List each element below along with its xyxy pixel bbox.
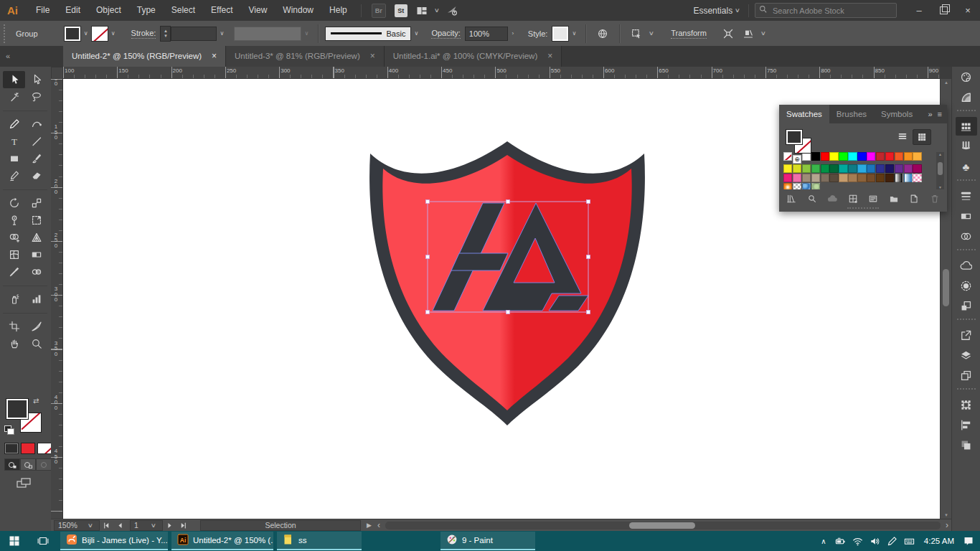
swatch[interactable] (867, 164, 875, 173)
stroke-weight-label[interactable]: Stroke: (131, 29, 156, 39)
swatch[interactable] (895, 152, 903, 161)
tab-close-icon[interactable]: × (547, 46, 552, 67)
vertical-scroll-thumb[interactable] (943, 269, 949, 306)
restore-button[interactable] (931, 0, 956, 21)
menu-object[interactable]: Object (88, 0, 129, 21)
slice-tool[interactable] (25, 318, 47, 335)
menu-edit[interactable]: Edit (57, 0, 88, 21)
fill-stroke-indicator[interactable]: ⇄ (4, 397, 47, 440)
swatch-libraries-button[interactable] (786, 194, 796, 204)
free-transform-tool[interactable] (25, 212, 47, 229)
new-color-group-button[interactable] (889, 194, 899, 204)
next-artboard-button[interactable] (166, 522, 174, 529)
stroke-color-swatch[interactable] (91, 26, 108, 42)
none-mode-button[interactable] (37, 443, 52, 454)
color-mode-button[interactable] (4, 443, 19, 454)
horizontal-scroll-thumb[interactable] (629, 522, 695, 529)
chevron-down-icon[interactable]: ∨ (108, 27, 118, 41)
shape-builder-tool[interactable] (3, 229, 25, 246)
selection-tool[interactable] (3, 71, 25, 88)
swatch[interactable] (811, 183, 820, 189)
selection-handle[interactable] (587, 311, 590, 314)
swatch[interactable] (848, 164, 857, 173)
swatch[interactable] (839, 152, 847, 161)
document-tab-1[interactable]: Untitled-2* @ 150% (RGB/Preview)× (63, 46, 226, 67)
panel-resize-grip[interactable] (847, 207, 879, 212)
close-button[interactable]: × (956, 0, 980, 21)
swatch[interactable] (811, 174, 820, 182)
search-swatches-button[interactable] (807, 194, 817, 204)
swatch[interactable] (885, 164, 894, 173)
artboards-panel-button[interactable] (956, 366, 977, 385)
selection-handle[interactable] (507, 200, 510, 204)
swatches-panel-button[interactable] (956, 117, 977, 136)
swatch[interactable] (857, 174, 866, 182)
scroll-down-icon[interactable]: ▼ (941, 513, 952, 517)
menu-view[interactable]: View (241, 0, 275, 21)
swatch[interactable] (802, 174, 811, 182)
draw-behind-button[interactable] (20, 458, 36, 471)
transform-panel-button[interactable] (956, 395, 977, 414)
horizontal-ruler[interactable]: 1001502002503003504004505005506006507007… (63, 67, 940, 79)
swatch[interactable] (885, 152, 894, 161)
status-menu-icon[interactable]: ▶ (367, 522, 372, 529)
swatch[interactable] (839, 174, 847, 182)
swatch[interactable] (904, 174, 913, 182)
tray-wifi-icon[interactable] (849, 531, 867, 551)
swatch[interactable] (867, 174, 875, 182)
pen-tool[interactable] (3, 116, 25, 133)
action-center-icon[interactable] (960, 531, 977, 551)
minimize-button[interactable]: – (907, 0, 931, 21)
swatch[interactable] (783, 183, 792, 189)
horizontal-scrollbar[interactable] (385, 522, 941, 529)
swatch[interactable] (783, 152, 792, 161)
transform-bounding-icon[interactable] (722, 28, 734, 39)
direct-selection-tool[interactable] (25, 71, 47, 88)
selection-handle[interactable] (507, 311, 510, 314)
line-segment-tool[interactable] (25, 133, 47, 150)
chevron-right-icon[interactable]: › (508, 27, 518, 41)
brush-definition-dropdown[interactable]: Basic (325, 27, 411, 41)
tray-expand-icon[interactable]: ∧ (815, 531, 832, 551)
draw-normal-button[interactable] (4, 458, 20, 471)
grid-view-button[interactable] (913, 129, 931, 145)
swatch[interactable] (829, 152, 838, 161)
swatch[interactable] (857, 164, 866, 173)
panel-tab-swatches[interactable]: Swatches (779, 105, 829, 123)
adobe-stock-search-input[interactable] (755, 3, 897, 18)
swatch[interactable]: ⊕ (793, 155, 801, 164)
swatch[interactable] (895, 164, 903, 173)
gpu-performance-icon[interactable] (446, 5, 458, 17)
swatch[interactable] (904, 164, 913, 173)
eraser-tool[interactable] (25, 167, 47, 184)
symbol-sprayer-tool[interactable] (3, 291, 25, 308)
swatch[interactable] (811, 164, 820, 173)
panel-expand-icon[interactable]: » (928, 110, 932, 118)
swatch[interactable] (867, 152, 875, 161)
symbols-panel-button[interactable]: ♣ (956, 157, 977, 176)
swatch[interactable] (829, 174, 838, 182)
shaper-tool[interactable] (3, 167, 25, 184)
rotate-tool[interactable] (3, 194, 25, 212)
chevron-down-icon[interactable]: ∨ (217, 27, 227, 41)
swatch[interactable] (829, 164, 838, 173)
change-screen-mode-button[interactable] (16, 477, 32, 491)
swatch[interactable] (793, 164, 801, 173)
lasso-tool[interactable] (25, 88, 47, 105)
swatch[interactable] (885, 174, 894, 182)
rectangle-tool[interactable] (3, 150, 25, 167)
brushes-panel-button[interactable] (956, 137, 977, 156)
scroll-left-icon[interactable]: ‹ (377, 520, 380, 530)
puppet-warp-tool[interactable] (3, 212, 25, 229)
paintbrush-tool[interactable] (25, 150, 47, 167)
last-artboard-button[interactable] (179, 522, 187, 529)
graphic-styles-panel-button[interactable] (956, 296, 977, 315)
list-view-button[interactable] (894, 129, 911, 143)
panel-tab-brushes[interactable]: Brushes (829, 105, 874, 123)
swap-fill-stroke-icon[interactable]: ⇄ (33, 397, 39, 405)
document-tab-3[interactable]: Untitled-1.ai* @ 100% (CMYK/Preview)× (385, 46, 562, 67)
graphic-style-swatch[interactable] (552, 26, 569, 42)
zoom-tool[interactable] (25, 335, 47, 352)
selection-handle[interactable] (587, 200, 590, 204)
tray-pen-icon[interactable] (884, 531, 901, 551)
